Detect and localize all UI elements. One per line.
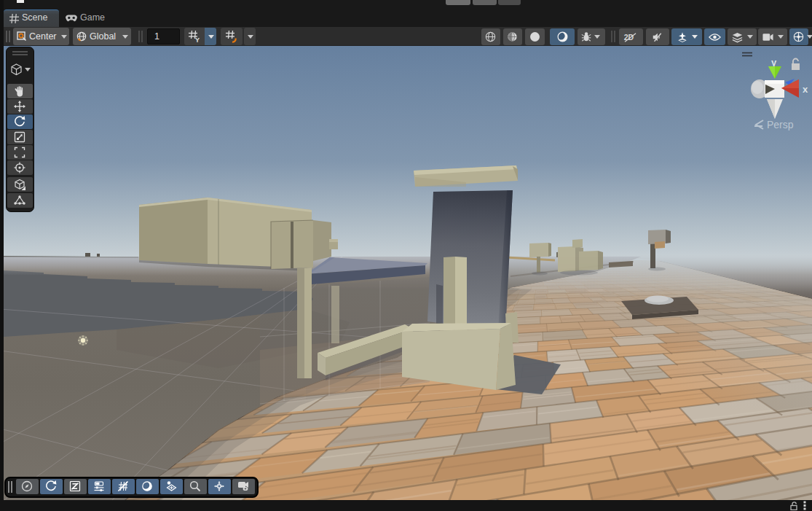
svg-text:Persp: Persp [767,119,794,130]
svg-text:2D: 2D [624,33,634,42]
svg-text:x: x [803,84,808,95]
svg-text:Y: Y [195,36,200,44]
svg-text:y: y [771,57,777,68]
